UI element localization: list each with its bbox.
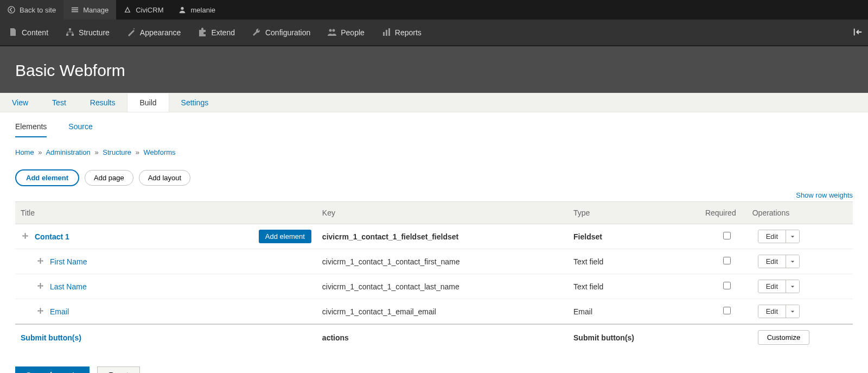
wrench-icon xyxy=(252,28,261,38)
collapse-icon xyxy=(853,27,863,39)
nav-appearance[interactable]: Appearance xyxy=(118,20,190,46)
toolbar-collapse[interactable] xyxy=(847,20,868,46)
element-type: Text field xyxy=(568,249,685,274)
breadcrumb-admin[interactable]: Administration xyxy=(46,148,90,156)
nav-structure[interactable]: Structure xyxy=(57,20,118,46)
table-row: Emailcivicrm_1_contact_1_email_emailEmai… xyxy=(15,299,853,325)
nav-people[interactable]: People xyxy=(319,20,373,46)
subtab-elements[interactable]: Elements xyxy=(15,122,47,137)
required-checkbox[interactable] xyxy=(723,282,731,289)
element-key: civicrm_1_contact_1_email_email xyxy=(317,299,568,325)
required-checkbox[interactable] xyxy=(723,257,731,264)
element-key: civicrm_1_contact_1_contact_first_name xyxy=(317,249,568,274)
tab-build[interactable]: Build xyxy=(127,93,169,112)
document-icon xyxy=(9,28,17,38)
breadcrumb-structure[interactable]: Structure xyxy=(103,148,131,156)
topbar: Back to site Manage CiviCRM melanie xyxy=(0,0,868,20)
required-checkbox[interactable] xyxy=(723,307,731,314)
customize-button[interactable]: Customize xyxy=(758,330,809,345)
operations-dropdown[interactable] xyxy=(786,255,799,268)
col-key: Key xyxy=(317,202,568,224)
operations-dropdown[interactable] xyxy=(786,280,799,293)
element-title-link[interactable]: Submit button(s) xyxy=(21,333,81,342)
nav-configuration[interactable]: Configuration xyxy=(244,20,319,46)
back-arrow-icon xyxy=(8,6,15,14)
reset-button[interactable]: Reset xyxy=(97,366,140,373)
col-required: Required xyxy=(685,202,752,224)
svg-rect-13 xyxy=(388,28,390,36)
element-type: Email xyxy=(568,299,685,325)
table-row: Submit button(s)actionsSubmit button(s)C… xyxy=(15,324,853,350)
element-title-link[interactable]: Contact 1 xyxy=(35,232,69,241)
add-element-button[interactable]: Add element xyxy=(15,169,79,186)
wand-icon xyxy=(127,28,136,38)
svg-rect-12 xyxy=(386,30,387,36)
drag-handle-icon[interactable] xyxy=(36,257,44,266)
nav-people-label: People xyxy=(341,28,365,37)
element-type: Text field xyxy=(568,274,685,299)
row-add-element-button[interactable]: Add element xyxy=(259,230,311,243)
nav-extend[interactable]: Extend xyxy=(189,20,244,46)
tab-results[interactable]: Results xyxy=(78,93,127,112)
nav-content-label: Content xyxy=(22,28,48,37)
drag-handle-icon[interactable] xyxy=(36,307,44,316)
sitemap-icon xyxy=(66,28,74,38)
page-title: Basic Webform xyxy=(15,61,853,80)
drag-handle-icon[interactable] xyxy=(21,232,29,241)
tab-test[interactable]: Test xyxy=(40,93,78,112)
operations-dropdown[interactable] xyxy=(786,305,799,318)
svg-rect-7 xyxy=(72,34,74,36)
footer-actions: Save elements Reset xyxy=(0,361,868,373)
nav-extend-label: Extend xyxy=(211,28,235,37)
hamburger-icon xyxy=(71,6,79,14)
nav-reports[interactable]: Reports xyxy=(373,20,430,46)
element-title-link[interactable]: Email xyxy=(50,307,69,316)
element-key: civicrm_1_contact_1_fieldset_fieldset xyxy=(317,224,568,249)
element-key: actions xyxy=(317,324,568,350)
svg-rect-3 xyxy=(72,11,78,12)
show-row-weights-link[interactable]: Show row weights xyxy=(796,191,853,199)
user-label: melanie xyxy=(190,6,215,14)
nav-reports-label: Reports xyxy=(395,28,422,37)
svg-rect-1 xyxy=(72,8,78,9)
manage-menu[interactable]: Manage xyxy=(63,0,116,20)
element-title-link[interactable]: First Name xyxy=(50,257,87,266)
svg-rect-6 xyxy=(66,34,68,36)
page-title-area: Basic Webform xyxy=(0,46,868,93)
edit-button[interactable]: Edit xyxy=(758,280,786,293)
element-type: Submit button(s) xyxy=(568,324,685,350)
civicrm-menu[interactable]: CiviCRM xyxy=(116,0,171,20)
edit-button[interactable]: Edit xyxy=(758,230,786,243)
nav-configuration-label: Configuration xyxy=(265,28,310,37)
drag-handle-icon[interactable] xyxy=(36,282,44,291)
table-row: Contact 1Add elementcivicrm_1_contact_1_… xyxy=(15,224,853,249)
subtab-source[interactable]: Source xyxy=(68,122,92,137)
tab-settings[interactable]: Settings xyxy=(169,93,221,112)
required-checkbox[interactable] xyxy=(723,232,731,239)
breadcrumb-home[interactable]: Home xyxy=(15,148,34,156)
svg-point-8 xyxy=(133,28,135,29)
nav-appearance-label: Appearance xyxy=(140,28,181,37)
table-row: First Namecivicrm_1_contact_1_contact_fi… xyxy=(15,249,853,274)
breadcrumb-webforms[interactable]: Webforms xyxy=(144,148,176,156)
svg-point-0 xyxy=(8,7,15,13)
add-page-button[interactable]: Add page xyxy=(85,170,133,186)
svg-rect-14 xyxy=(854,28,855,35)
edit-button[interactable]: Edit xyxy=(758,255,786,268)
tab-view[interactable]: View xyxy=(0,93,40,112)
user-menu[interactable]: melanie xyxy=(171,0,223,20)
save-elements-button[interactable]: Save elements xyxy=(15,366,90,373)
people-icon xyxy=(328,28,336,38)
col-title: Title xyxy=(15,202,317,224)
operations-dropdown[interactable] xyxy=(786,230,799,243)
edit-button[interactable]: Edit xyxy=(758,305,786,318)
element-key: civicrm_1_contact_1_contact_last_name xyxy=(317,274,568,299)
nav-content[interactable]: Content xyxy=(0,20,57,46)
back-to-site[interactable]: Back to site xyxy=(0,0,63,20)
add-layout-button[interactable]: Add layout xyxy=(139,170,190,186)
elements-table: Title Key Type Required Operations Conta… xyxy=(15,201,853,350)
element-type: Fieldset xyxy=(568,224,685,249)
admin-toolbar: Content Structure Appearance Extend Conf… xyxy=(0,20,868,46)
nav-structure-label: Structure xyxy=(79,28,110,37)
element-title-link[interactable]: Last Name xyxy=(50,282,87,291)
